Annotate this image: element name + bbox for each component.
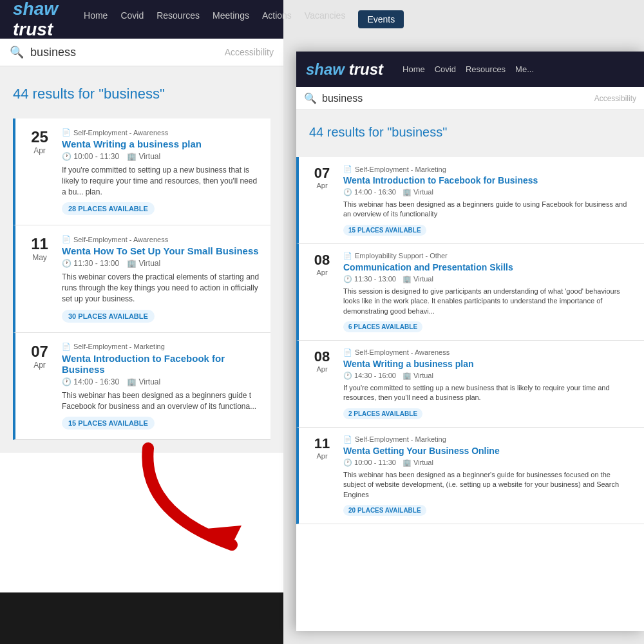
fg-event-item[interactable]: 11 Apr 📄 Self-Employment - Marketing Wen… [296,428,644,524]
fg-date-box-4: 11 Apr [308,435,336,516]
fg-logo: shaw trust [306,61,383,79]
bg-nav-actions[interactable]: Actions [262,10,292,28]
bg-event-item[interactable]: 11 May 📄 Self-Employment - Awareness Wen… [13,225,270,332]
bg-nav-covid[interactable]: Covid [120,10,144,28]
fg-nav-links: Home Covid Resources Me... [402,64,534,74]
bg-nav-resources[interactable]: Resources [156,10,200,28]
fg-search-input[interactable] [322,93,594,104]
fg-navbar: shaw trust Home Covid Resources Me... [296,52,644,87]
fg-event-list[interactable]: 07 Apr 📄 Self-Employment - Marketing Wen… [296,157,644,631]
bg-event-item[interactable]: 07 Apr 📄 Self-Employment - Marketing Wen… [13,333,270,440]
bg-search-input[interactable] [30,46,225,59]
bg-nav-meetings[interactable]: Meetings [213,10,249,28]
bg-date-box: 11 May [25,235,54,322]
fg-nav-covid[interactable]: Covid [435,64,456,74]
bg-results-area: 44 results for "business" 25 Apr 📄 Self-… [0,66,283,453]
bg-accessibility-label: Accessibility [225,47,274,57]
bg-nav-links: Home Covid Resources Meetings Actions Va… [84,10,404,28]
bg-nav-events[interactable]: Events [358,10,404,28]
fg-date-box-2: 08 Apr [308,252,336,332]
fg-date-box-3: 08 Apr [308,348,336,419]
bg-event-list: 25 Apr 📄 Self-Employment - Awareness Wen… [13,118,270,440]
fg-event-item[interactable]: 07 Apr 📄 Self-Employment - Marketing Wen… [296,157,644,244]
bg-date-box: 25 Apr [25,128,54,215]
bg-search-bar: 🔍 Accessibility [0,39,283,66]
fg-search-bar: 🔍 Accessibility [296,87,644,110]
fg-search-icon: 🔍 [304,92,317,104]
bg-logo: shaw trust [13,0,58,40]
bg-nav-vacancies[interactable]: Vacancies [305,10,346,28]
bg-date-box: 07 Apr [25,343,54,430]
fg-event-item[interactable]: 08 Apr 📄 Self-Employment - Awareness Wen… [296,341,644,428]
fg-nav-resources[interactable]: Resources [466,64,506,74]
fg-nav-me[interactable]: Me... [515,64,534,74]
fg-results-area: 44 results for "business" [296,110,644,157]
fg-date-box-1: 07 Apr [308,165,336,236]
bg-event-item[interactable]: 25 Apr 📄 Self-Employment - Awareness Wen… [13,118,270,225]
bg-search-icon: 🔍 [10,45,24,59]
bg-results-title: 44 results for "business" [13,79,270,109]
bottom-black-bar [0,592,283,644]
fg-results-title: 44 results for "business" [309,120,631,147]
background-panel: shaw trust Home Covid Resources Meetings… [0,0,283,644]
bg-navbar: shaw trust Home Covid Resources Meetings… [0,0,283,39]
fg-accessibility-label: Accessibility [594,94,636,103]
fg-event-item[interactable]: 08 Apr 📄 Employability Support - Other C… [296,244,644,341]
fg-nav-home[interactable]: Home [402,64,425,74]
bg-nav-home[interactable]: Home [84,10,108,28]
foreground-panel: shaw trust Home Covid Resources Me... 🔍 … [296,52,644,631]
